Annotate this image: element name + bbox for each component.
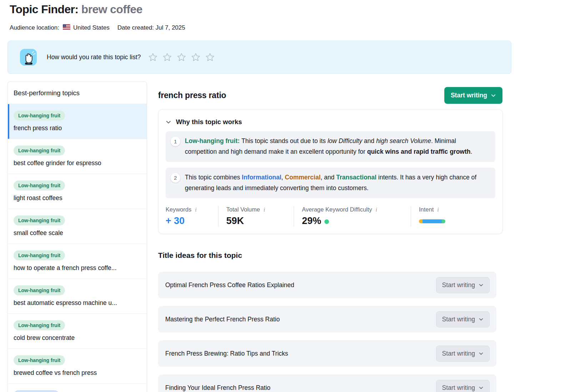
title-idea-text: French Press Brewing: Ratio Tips and Tri… — [165, 350, 288, 357]
reason-1-text: Low-hanging fruit: This topic stands out… — [185, 136, 487, 157]
topic-list-item[interactable]: Low-hanging fruit best coffee grinder fo… — [8, 139, 147, 174]
title-idea-card: French Press Brewing: Ratio Tips and Tri… — [158, 340, 496, 367]
topic-header: french press ratio Start writing — [158, 87, 502, 104]
topic-badge: Low-hanging fruit — [14, 180, 65, 190]
sidebar-title: Best-performing topics — [8, 82, 147, 104]
keywords-value: + 30 — [166, 215, 211, 226]
topic-label: brewed coffee vs french press — [14, 369, 141, 377]
chevron-down-icon — [479, 351, 484, 356]
topic-list: Low-hanging fruit french press ratio Low… — [8, 104, 147, 392]
page-title: Topic Finder: brew coffee — [10, 3, 142, 16]
reason-2: 2 This topic combines Informational, Com… — [166, 168, 495, 198]
start-writing-label: Start writing — [442, 384, 475, 392]
topic-label: light roast coffees — [14, 194, 141, 202]
topic-badge: Low-hanging fruit — [14, 285, 65, 295]
start-writing-label: Start writing — [451, 92, 487, 99]
keywords-label: Keywords — [166, 206, 191, 213]
metric-intent: Intenti — [419, 206, 453, 226]
start-writing-button[interactable]: Start writing — [436, 311, 490, 327]
topic-list-item[interactable] — [8, 384, 147, 392]
topic-list-item[interactable]: Low-hanging fruit light roast coffees — [8, 174, 147, 209]
start-writing-button[interactable]: Start writing — [436, 380, 490, 392]
topic-list-item[interactable]: Low-hanging fruit cold brew concentrate — [8, 314, 147, 349]
intent-bar — [419, 219, 445, 223]
chevron-down-icon — [479, 385, 484, 390]
topic-badge: Low-hanging fruit — [14, 355, 65, 365]
metric-keywords: Keywordsi + 30 — [166, 206, 218, 226]
topic-label: small coffee scale — [14, 229, 141, 237]
why-topic-works-card: Why this topic works 1 Low-hanging fruit… — [158, 109, 503, 234]
difficulty-label: Average Keyword Difficulty — [302, 206, 372, 213]
info-icon[interactable]: i — [436, 207, 439, 213]
start-writing-label: Start writing — [442, 281, 475, 289]
title-idea-text: Optimal French Press Coffee Ratios Expla… — [165, 281, 294, 289]
topic-title: french press ratio — [158, 91, 226, 100]
topic-label: how to operate a french press coffe... — [14, 264, 141, 272]
reason-1: 1 Low-hanging fruit: This topic stands o… — [166, 131, 495, 162]
rating-question: How would you rate this topic list? — [47, 54, 141, 61]
star-icon[interactable] — [162, 52, 172, 62]
metrics-row: Keywordsi + 30 Total Volumei 59K Average… — [158, 204, 502, 226]
why-topic-works-title: Why this topic works — [176, 118, 242, 126]
page-title-label: Topic Finder: — [10, 3, 78, 16]
audience-location-label: Audience location: — [10, 24, 59, 31]
star-icon[interactable] — [148, 52, 158, 62]
title-ideas-list: Optimal French Press Coffee Ratios Expla… — [158, 272, 496, 392]
info-icon[interactable]: i — [194, 207, 197, 213]
difficulty-value: 29% — [302, 215, 321, 226]
topic-list-item[interactable]: Low-hanging fruit how to operate a frenc… — [8, 244, 147, 279]
reason-2-text: This topic combines Informational, Comme… — [185, 172, 487, 193]
star-rating — [148, 52, 215, 62]
audience-location-value: United States — [73, 24, 110, 31]
total-volume-label: Total Volume — [226, 206, 260, 213]
topic-list-item[interactable]: Low-hanging fruit brewed coffee vs frenc… — [8, 349, 147, 384]
topic-list-item[interactable]: Low-hanging fruit best automatic espress… — [8, 279, 147, 314]
star-icon[interactable] — [177, 52, 186, 62]
title-idea-card: Optimal French Press Coffee Ratios Expla… — [158, 272, 496, 298]
start-writing-button[interactable]: Start writing — [436, 277, 490, 293]
topic-label: best coffee grinder for espresso — [14, 159, 141, 167]
topic-badge: Low-hanging fruit — [14, 215, 65, 225]
info-icon[interactable]: i — [375, 207, 378, 213]
best-performing-topics-panel: Best-performing topics Low-hanging fruit… — [7, 81, 147, 392]
info-icon[interactable]: i — [263, 207, 266, 213]
topic-badge: Low-hanging fruit — [14, 146, 65, 156]
chevron-down-icon — [491, 93, 496, 98]
title-idea-text: Mastering the Perfect French Press Ratio — [165, 316, 280, 323]
intent-label: Intent — [419, 206, 434, 213]
reason-1-number: 1 — [171, 137, 180, 146]
topic-badge: Low-hanging fruit — [14, 320, 65, 330]
title-idea-text: Finding Your Ideal French Press Ratio — [165, 384, 271, 392]
metric-total-volume: Total Volumei 59K — [226, 206, 294, 226]
reason-2-number: 2 — [171, 173, 180, 183]
chevron-down-icon — [479, 282, 484, 287]
start-writing-button[interactable]: Start writing — [436, 346, 490, 362]
topic-badge — [14, 390, 59, 392]
us-flag-icon — [63, 24, 70, 31]
why-topic-works-header: Why this topic works — [158, 110, 502, 131]
chevron-down-icon — [479, 317, 484, 322]
meta-row: Audience location: United States Date cr… — [10, 24, 185, 31]
collapse-chevron-icon[interactable] — [166, 119, 171, 125]
date-created: Date created: Jul 7, 2025 — [117, 24, 185, 31]
title-idea-card: Finding Your Ideal French Press Ratio St… — [158, 375, 496, 392]
topic-list-item[interactable]: Low-hanging fruit french press ratio — [8, 104, 147, 139]
start-writing-label: Start writing — [442, 350, 475, 357]
total-volume-value: 59K — [226, 215, 287, 226]
title-idea-card: Mastering the Perfect French Press Ratio… — [158, 306, 496, 332]
start-writing-label: Start writing — [442, 316, 475, 323]
title-ideas-heading: Title ideas for this topic — [158, 251, 242, 260]
start-writing-button[interactable]: Start writing — [444, 87, 502, 104]
topic-label: cold brew concentrate — [14, 334, 141, 342]
page-title-query: brew coffee — [81, 3, 142, 16]
topic-label: best automatic espresso machine u... — [14, 299, 141, 307]
topic-label: french press ratio — [14, 124, 141, 132]
topic-badge: Low-hanging fruit — [14, 111, 65, 121]
star-icon[interactable] — [205, 52, 215, 62]
topic-badge: Low-hanging fruit — [14, 250, 65, 260]
rating-banner: How would you rate this topic list? — [7, 41, 511, 74]
difficulty-dot — [324, 219, 329, 224]
topic-list-item[interactable]: Low-hanging fruit small coffee scale — [8, 209, 147, 244]
waving-hand-icon — [20, 49, 37, 66]
star-icon[interactable] — [191, 52, 201, 62]
